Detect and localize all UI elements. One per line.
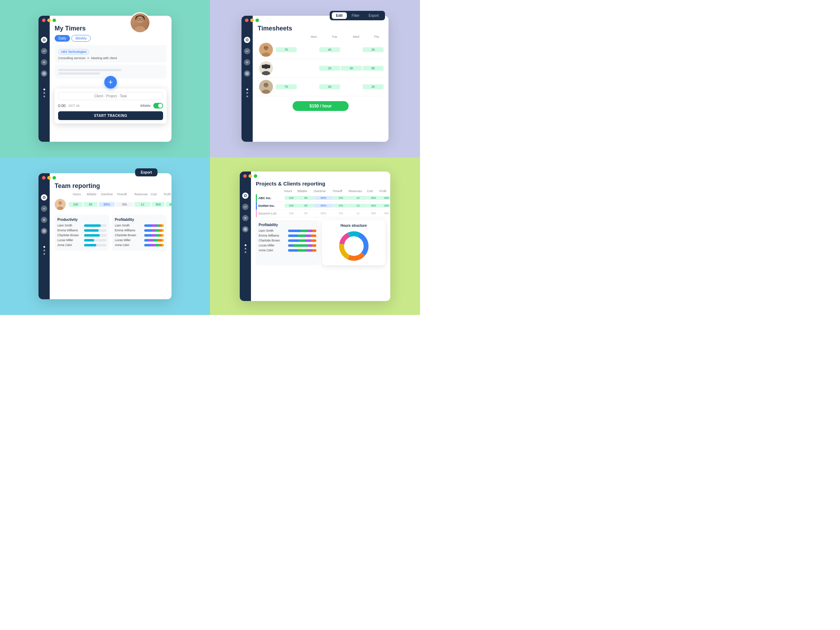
hours-structure-card: Hours structure	[322, 220, 385, 265]
productivity-card: Productivity Liam Smith Emma Williams Ch…	[55, 215, 109, 251]
sidebar-icon-chart[interactable]	[242, 204, 248, 210]
pc-row-smartai: SmartAI Ltd. 100 65 65% 5% 12 900 400	[256, 210, 385, 217]
ts-row-1: 7h 4h 2h	[257, 41, 384, 59]
profit-row: Anna Calvi	[259, 248, 316, 252]
timer-row: 0:00 OCT 18 Billable	[58, 103, 163, 109]
prod-row: Lucas Miller	[57, 238, 106, 242]
client-project-task-selector[interactable]: Client · Project · Task	[58, 92, 163, 100]
sidebar-icon-chart[interactable]	[244, 48, 250, 54]
hour-badge: 1h	[319, 66, 340, 71]
svg-rect-52	[244, 230, 245, 231]
sidebar-icon-grid[interactable]	[41, 228, 47, 234]
hour-badge	[276, 66, 297, 71]
sidebar	[242, 16, 253, 142]
svg-point-22	[264, 46, 268, 51]
ts-row-3: 7h 4h 2h	[257, 78, 384, 96]
profitability-card: Profitability Liam Smith Emma Williams C…	[112, 215, 167, 251]
billable-label: Billable	[141, 104, 150, 107]
traffic-light-green	[52, 176, 56, 180]
page-title: Timesheets	[257, 25, 384, 32]
svg-point-59	[347, 239, 361, 253]
svg-rect-19	[246, 74, 247, 75]
sidebar	[38, 173, 50, 299]
traffic-light-green	[52, 19, 56, 22]
profitability-title: Profitability	[115, 218, 164, 221]
traffic-light-red	[243, 174, 247, 178]
add-timer-button[interactable]: +	[104, 76, 117, 88]
sidebar-icon-grid[interactable]	[41, 70, 47, 77]
donut-chart	[338, 230, 369, 262]
svg-rect-29	[262, 65, 270, 68]
svg-rect-42	[44, 231, 46, 233]
toolbar-filter[interactable]: Filter	[347, 12, 364, 19]
tab-daily[interactable]: Daily	[55, 35, 70, 42]
sidebar-icon-home[interactable]	[244, 37, 250, 43]
traffic-light-yellow	[47, 19, 51, 22]
pc-row-abc: ABC Inc. 100 65 65% 5% 12 900 400	[256, 194, 385, 202]
pc-col-headers: Hours Billable Overtime Timeoff Revenues…	[256, 189, 385, 193]
pc-profitability-title: Profitability	[259, 223, 316, 227]
prod-row: Emma Williams	[57, 229, 106, 232]
hour-badge: 7h	[276, 84, 297, 89]
sidebar-icon-list[interactable]	[41, 59, 47, 65]
sidebar-dot	[43, 88, 45, 90]
toolbar-export[interactable]: Export	[364, 12, 383, 19]
stat-overtime: 65%	[99, 202, 115, 207]
sidebar-dot	[43, 96, 45, 97]
svg-point-35	[43, 196, 45, 199]
svg-rect-51	[246, 228, 247, 229]
sidebar-icon-list[interactable]	[41, 217, 47, 223]
stat-cost: 900	[152, 202, 165, 207]
abs-badge: ABS Technologies	[58, 49, 89, 55]
tab-weekly[interactable]: Weekly	[71, 35, 91, 42]
hour-badge: 4h	[319, 84, 340, 89]
day-tue: Tue	[332, 35, 353, 38]
svg-point-25	[267, 47, 268, 48]
timers-window: My Timers Daily Weekly ABS Technologies …	[38, 16, 172, 142]
sidebar-icon-home[interactable]	[41, 194, 47, 201]
profit-row: Lucas Miller	[259, 243, 316, 247]
traffic-light-yellow	[47, 176, 51, 180]
sidebar-icon-list[interactable]	[242, 215, 248, 221]
placeholder-line	[58, 73, 100, 74]
user-avatar	[129, 12, 150, 33]
profit-row: Charlotte Brown	[115, 234, 164, 237]
hour-badge	[297, 66, 319, 71]
sidebar-icon-home[interactable]	[41, 37, 47, 43]
sidebar-icon-grid[interactable]	[244, 70, 250, 77]
traffic-light-red	[42, 19, 46, 22]
prod-row: Liam Smith	[57, 224, 106, 227]
pc-profitability-card: Profitability Liam Smith Emma Williams C…	[256, 220, 319, 265]
report-col-headers: Hours Billable Overtime Timeoff Revenues…	[73, 193, 167, 196]
prod-row: Anna Calvi	[57, 243, 106, 247]
team-stats-row: 100 65 65% 5% 12 900 400	[55, 197, 167, 212]
sidebar-icon-chart[interactable]	[41, 205, 47, 212]
start-tracking-button[interactable]: START TRACKING	[58, 111, 163, 120]
svg-rect-20	[248, 74, 249, 75]
projects-reporting-window: Projects & Clients reporting Hours Billa…	[240, 172, 390, 301]
rate-button[interactable]: $150 / hour	[293, 101, 349, 111]
hour-badge	[341, 84, 362, 89]
billable-toggle[interactable]	[153, 103, 163, 109]
svg-rect-11	[43, 74, 44, 75]
svg-rect-17	[246, 72, 247, 74]
timer-card-1: ABS Technologies Consulting services Mee…	[55, 45, 167, 63]
timesheets-window: Timesheets Mon Tue Wed Thu Fri	[242, 16, 388, 142]
sidebar	[240, 172, 251, 301]
day-wed: Wed	[353, 35, 374, 38]
timer-popup: Client · Project · Task 0:00 OCT 18 Bill…	[55, 88, 167, 123]
hour-badge: 4h	[319, 47, 340, 52]
svg-rect-40	[44, 230, 46, 231]
svg-point-46	[244, 194, 246, 197]
sidebar-icon-home[interactable]	[242, 193, 248, 199]
sidebar-icon-chart[interactable]	[41, 48, 47, 54]
toolbar-edit[interactable]: Edit	[332, 12, 347, 19]
export-button[interactable]: Export	[135, 168, 158, 177]
sidebar-icon-list[interactable]	[244, 59, 250, 65]
sidebar-icon-grid[interactable]	[242, 226, 248, 232]
traffic-light-red	[42, 176, 46, 180]
profit-row: Emma Williams	[259, 234, 316, 237]
profit-row: Anna Calvi	[115, 243, 164, 247]
page-title: Projects & Clients reporting	[256, 181, 385, 186]
profit-row: Liam Smith	[259, 229, 316, 232]
